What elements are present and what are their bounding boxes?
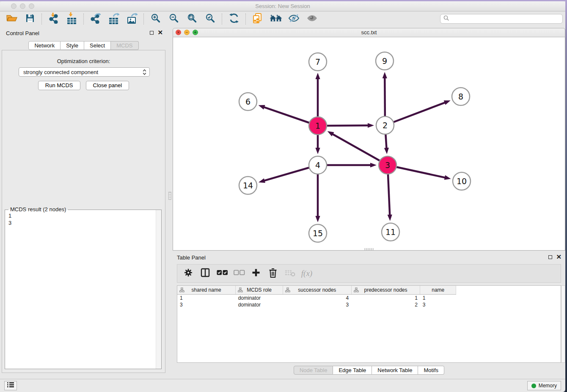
zoom-in-button[interactable] bbox=[146, 13, 165, 25]
edge-arrowhead bbox=[384, 148, 389, 154]
export-network-icon bbox=[90, 13, 101, 25]
split-panel-button[interactable] bbox=[200, 267, 211, 280]
edge-arrowhead bbox=[388, 215, 392, 221]
column-header[interactable]: MCDS role bbox=[236, 286, 283, 295]
table-scrollbar[interactable] bbox=[561, 285, 565, 363]
network-graph: 7968124314101511 bbox=[173, 37, 565, 250]
gear-button[interactable] bbox=[183, 267, 194, 280]
table-row[interactable]: 1dominator411 bbox=[177, 295, 561, 301]
delete-row-button[interactable] bbox=[267, 267, 278, 280]
tab-style[interactable]: Style bbox=[61, 41, 84, 50]
memory-button[interactable]: Memory bbox=[527, 381, 561, 390]
optimization-criterion-label: Optimization criterion: bbox=[2, 58, 165, 64]
select-all-icon bbox=[217, 270, 228, 277]
zoom-selected-icon bbox=[205, 13, 216, 25]
zoom-fit-button[interactable] bbox=[183, 13, 201, 25]
close-network-icon[interactable]: × bbox=[176, 30, 181, 35]
float-panel-icon[interactable] bbox=[150, 31, 154, 35]
function-icon: f(x) bbox=[301, 269, 312, 278]
table-row[interactable]: 3dominator323 bbox=[177, 301, 561, 308]
edge-arrowhead bbox=[328, 131, 334, 136]
column-tree-icon bbox=[285, 287, 290, 294]
edge-3-1[interactable] bbox=[331, 133, 388, 165]
close-table-panel-icon[interactable]: ✕ bbox=[556, 255, 561, 259]
hide-graphics-button[interactable] bbox=[285, 13, 303, 25]
desktop-background bbox=[565, 0, 567, 392]
tab-network-table[interactable]: Network Table bbox=[372, 366, 418, 375]
run-mcds-button[interactable]: Run MCDS bbox=[38, 81, 80, 90]
select-all-button[interactable] bbox=[217, 267, 228, 280]
export-table-icon bbox=[108, 13, 119, 26]
zoom-out-button[interactable] bbox=[165, 13, 183, 25]
node-label-15: 15 bbox=[313, 229, 323, 238]
import-table-button[interactable] bbox=[63, 13, 81, 25]
column-header[interactable]: shared name bbox=[177, 286, 236, 295]
toolbar-separator bbox=[143, 14, 144, 25]
panel-splitter[interactable] bbox=[167, 27, 173, 379]
mcds-result-text[interactable]: 1 3 bbox=[8, 212, 11, 226]
tab-motifs[interactable]: Motifs bbox=[418, 366, 444, 375]
status-bar: Memory bbox=[0, 379, 565, 392]
import-network-button[interactable] bbox=[44, 13, 63, 25]
float-table-panel-icon[interactable] bbox=[548, 255, 552, 259]
column-header[interactable]: predecessor nodes bbox=[351, 286, 420, 295]
mcds-tab-content: Optimization criterion: strongly connect… bbox=[2, 50, 165, 373]
table-toolbar: f(x) bbox=[177, 264, 561, 283]
toolbar-separator bbox=[222, 14, 222, 25]
function-button: f(x) bbox=[301, 267, 312, 280]
node-label-10: 10 bbox=[457, 177, 467, 186]
network-canvas[interactable]: 7968124314101511 bbox=[173, 37, 565, 251]
tab-network[interactable]: Network bbox=[28, 41, 61, 50]
show-graphics-button[interactable] bbox=[303, 13, 321, 25]
edge-arrowhead bbox=[315, 148, 320, 154]
control-panel-tabs: NetworkStyleSelectMCDS bbox=[0, 41, 167, 50]
tab-mcds[interactable]: MCDS bbox=[111, 41, 138, 50]
criterion-select[interactable]: strongly connected component bbox=[19, 67, 150, 77]
result-scrollbar[interactable] bbox=[156, 210, 161, 369]
splitter-grip[interactable] bbox=[168, 192, 171, 200]
table-panel-title: Table Panel bbox=[177, 254, 206, 261]
export-image-button[interactable] bbox=[123, 13, 141, 25]
deselect-all-button[interactable] bbox=[234, 267, 245, 280]
edge-arrowhead bbox=[259, 178, 265, 183]
tab-node-table[interactable]: Node Table bbox=[294, 366, 333, 375]
show-graphics-icon bbox=[306, 13, 318, 25]
network-window-titlebar[interactable]: × − + scc.txt bbox=[173, 28, 565, 37]
export-table-button[interactable] bbox=[105, 13, 123, 25]
search-box bbox=[440, 14, 563, 24]
toolbar-separator bbox=[41, 14, 42, 25]
open-session-button[interactable] bbox=[3, 13, 21, 25]
close-panel-icon[interactable]: ✕ bbox=[157, 30, 163, 35]
export-network-button[interactable] bbox=[86, 13, 105, 25]
maximize-network-icon[interactable]: + bbox=[193, 30, 198, 35]
node-label-1: 1 bbox=[315, 121, 320, 130]
memory-label: Memory bbox=[539, 383, 557, 389]
column-header[interactable]: successor nodes bbox=[283, 286, 352, 295]
save-session-button[interactable] bbox=[21, 13, 39, 25]
canvas-resize-grip[interactable] bbox=[364, 248, 374, 250]
import-network-icon bbox=[49, 13, 59, 25]
home-button[interactable] bbox=[267, 13, 285, 25]
column-header[interactable]: name bbox=[420, 286, 456, 295]
edge-arrowhead bbox=[315, 73, 320, 79]
node-label-6: 6 bbox=[245, 97, 250, 106]
gear-icon bbox=[184, 268, 193, 279]
close-panel-button[interactable]: Close panel bbox=[86, 81, 129, 90]
delete-row-icon bbox=[268, 268, 278, 280]
node-label-8: 8 bbox=[458, 92, 463, 101]
ndex-share-button[interactable] bbox=[248, 13, 267, 25]
tab-select[interactable]: Select bbox=[84, 41, 111, 50]
add-row-button[interactable] bbox=[250, 267, 261, 280]
mcds-result-box: MCDS result (2 nodes) 1 3 bbox=[5, 210, 162, 369]
zoom-selected-button[interactable] bbox=[201, 13, 219, 25]
app-title: Session: New Session bbox=[0, 3, 565, 9]
tab-edge-table[interactable]: Edge Table bbox=[333, 366, 372, 375]
delete-table-button bbox=[284, 267, 295, 280]
edge-2-8[interactable] bbox=[385, 102, 446, 125]
minimize-network-icon[interactable]: − bbox=[184, 30, 190, 35]
search-input[interactable] bbox=[450, 15, 562, 23]
task-history-button[interactable] bbox=[4, 381, 17, 390]
table-header-row: shared name MCDS role successor nodes pr… bbox=[177, 286, 561, 295]
refresh-button[interactable] bbox=[225, 13, 243, 25]
edge-arrowhead bbox=[370, 163, 377, 167]
